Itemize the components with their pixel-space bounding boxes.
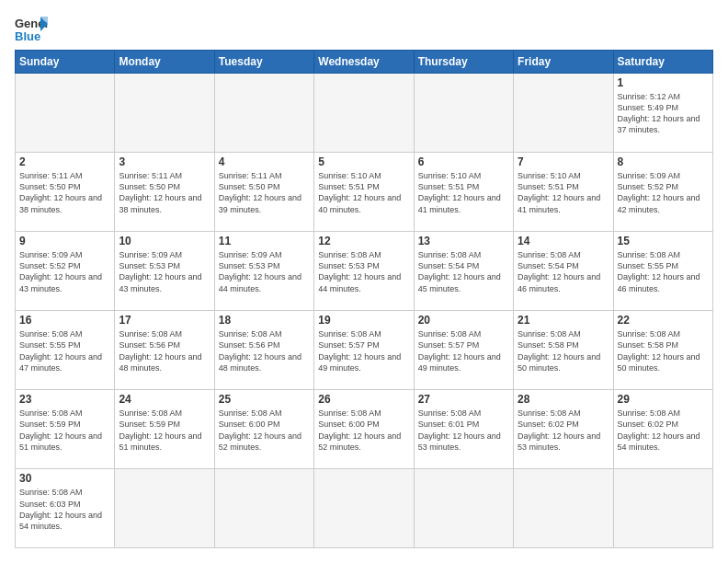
day-number: 20 — [418, 314, 509, 327]
day-info: Sunrise: 5:08 AMSunset: 6:00 PMDaylight:… — [219, 408, 310, 453]
day-number: 26 — [318, 393, 409, 406]
calendar-cell: 24Sunrise: 5:08 AMSunset: 5:59 PMDayligh… — [115, 390, 214, 469]
day-info: Sunrise: 5:08 AMSunset: 5:54 PMDaylight:… — [418, 249, 509, 294]
calendar-cell: 13Sunrise: 5:08 AMSunset: 5:54 PMDayligh… — [414, 232, 513, 311]
calendar-cell: 6Sunrise: 5:10 AMSunset: 5:51 PMDaylight… — [414, 153, 513, 232]
weekday-header-sunday: Sunday — [16, 51, 115, 74]
calendar-cell: 28Sunrise: 5:08 AMSunset: 6:02 PMDayligh… — [514, 390, 613, 469]
day-number: 15 — [618, 235, 709, 247]
calendar-cell — [214, 74, 313, 153]
calendar-cell: 16Sunrise: 5:08 AMSunset: 5:55 PMDayligh… — [16, 311, 115, 390]
calendar-cell: 19Sunrise: 5:08 AMSunset: 5:57 PMDayligh… — [314, 311, 414, 390]
week-row-2: 9Sunrise: 5:09 AMSunset: 5:52 PMDaylight… — [16, 232, 713, 311]
day-info: Sunrise: 5:12 AMSunset: 5:49 PMDaylight:… — [618, 91, 709, 136]
day-number: 13 — [418, 235, 509, 247]
calendar-cell: 30Sunrise: 5:08 AMSunset: 6:03 PMDayligh… — [16, 469, 115, 548]
weekday-header-saturday: Saturday — [613, 51, 712, 74]
calendar-cell: 27Sunrise: 5:08 AMSunset: 6:01 PMDayligh… — [414, 390, 513, 469]
calendar-cell: 9Sunrise: 5:09 AMSunset: 5:52 PMDaylight… — [16, 232, 115, 311]
day-info: Sunrise: 5:08 AMSunset: 6:01 PMDaylight:… — [418, 408, 509, 453]
day-info: Sunrise: 5:08 AMSunset: 5:57 PMDaylight:… — [418, 328, 509, 373]
calendar-cell: 25Sunrise: 5:08 AMSunset: 6:00 PMDayligh… — [214, 390, 313, 469]
calendar-cell: 8Sunrise: 5:09 AMSunset: 5:52 PMDaylight… — [613, 153, 712, 232]
day-info: Sunrise: 5:08 AMSunset: 5:57 PMDaylight:… — [318, 328, 409, 373]
calendar-cell: 10Sunrise: 5:09 AMSunset: 5:53 PMDayligh… — [115, 232, 214, 311]
day-info: Sunrise: 5:08 AMSunset: 6:02 PMDaylight:… — [618, 408, 709, 453]
calendar-cell: 11Sunrise: 5:09 AMSunset: 5:53 PMDayligh… — [214, 232, 313, 311]
day-number: 12 — [318, 235, 409, 247]
week-row-0: 1Sunrise: 5:12 AMSunset: 5:49 PMDaylight… — [16, 74, 713, 153]
day-number: 14 — [518, 235, 609, 247]
calendar-cell: 14Sunrise: 5:08 AMSunset: 5:54 PMDayligh… — [514, 232, 613, 311]
calendar-cell: 22Sunrise: 5:08 AMSunset: 5:58 PMDayligh… — [613, 311, 712, 390]
day-number: 18 — [219, 314, 310, 327]
calendar-cell: 20Sunrise: 5:08 AMSunset: 5:57 PMDayligh… — [414, 311, 513, 390]
day-info: Sunrise: 5:09 AMSunset: 5:52 PMDaylight:… — [19, 249, 110, 294]
day-info: Sunrise: 5:08 AMSunset: 6:00 PMDaylight:… — [318, 408, 409, 453]
page: General Blue SundayMondayTuesdayWednesda… — [0, 0, 728, 563]
header: General Blue — [15, 15, 713, 42]
day-info: Sunrise: 5:08 AMSunset: 6:03 PMDaylight:… — [19, 487, 110, 532]
calendar-cell: 26Sunrise: 5:08 AMSunset: 6:00 PMDayligh… — [314, 390, 414, 469]
day-info: Sunrise: 5:10 AMSunset: 5:51 PMDaylight:… — [518, 170, 609, 215]
day-number: 21 — [518, 314, 609, 327]
weekday-header-friday: Friday — [514, 51, 613, 74]
calendar-cell — [414, 469, 513, 548]
logo-icon: General Blue — [15, 15, 48, 42]
calendar-table: SundayMondayTuesdayWednesdayThursdayFrid… — [15, 50, 713, 548]
day-info: Sunrise: 5:09 AMSunset: 5:52 PMDaylight:… — [618, 170, 709, 215]
day-info: Sunrise: 5:08 AMSunset: 5:56 PMDaylight:… — [219, 328, 310, 373]
day-number: 19 — [318, 314, 409, 327]
calendar-cell — [16, 74, 115, 153]
calendar-cell — [115, 74, 214, 153]
week-row-4: 23Sunrise: 5:08 AMSunset: 5:59 PMDayligh… — [16, 390, 713, 469]
calendar-cell — [613, 469, 712, 548]
day-number: 10 — [119, 235, 210, 247]
svg-text:Blue: Blue — [15, 29, 40, 42]
calendar-cell: 4Sunrise: 5:11 AMSunset: 5:50 PMDaylight… — [214, 153, 313, 232]
day-info: Sunrise: 5:11 AMSunset: 5:50 PMDaylight:… — [219, 170, 310, 215]
day-info: Sunrise: 5:11 AMSunset: 5:50 PMDaylight:… — [119, 170, 210, 215]
day-info: Sunrise: 5:08 AMSunset: 5:54 PMDaylight:… — [518, 249, 609, 294]
calendar-cell: 1Sunrise: 5:12 AMSunset: 5:49 PMDaylight… — [613, 74, 712, 153]
day-info: Sunrise: 5:08 AMSunset: 5:59 PMDaylight:… — [119, 408, 210, 453]
day-number: 2 — [19, 155, 110, 168]
day-info: Sunrise: 5:08 AMSunset: 5:59 PMDaylight:… — [19, 408, 110, 453]
day-number: 4 — [219, 155, 310, 168]
logo: General Blue — [15, 15, 48, 42]
day-number: 29 — [618, 393, 709, 406]
day-info: Sunrise: 5:08 AMSunset: 5:53 PMDaylight:… — [318, 249, 409, 294]
day-number: 8 — [618, 155, 709, 168]
day-number: 6 — [418, 155, 509, 168]
day-info: Sunrise: 5:10 AMSunset: 5:51 PMDaylight:… — [318, 170, 409, 215]
day-number: 28 — [518, 393, 609, 406]
calendar-cell: 2Sunrise: 5:11 AMSunset: 5:50 PMDaylight… — [16, 153, 115, 232]
calendar-cell: 12Sunrise: 5:08 AMSunset: 5:53 PMDayligh… — [314, 232, 414, 311]
week-row-5: 30Sunrise: 5:08 AMSunset: 6:03 PMDayligh… — [16, 469, 713, 548]
day-number: 7 — [518, 155, 609, 168]
weekday-header-wednesday: Wednesday — [314, 51, 414, 74]
calendar-cell: 29Sunrise: 5:08 AMSunset: 6:02 PMDayligh… — [613, 390, 712, 469]
day-number: 24 — [119, 393, 210, 406]
calendar-cell — [414, 74, 513, 153]
day-number: 23 — [19, 393, 110, 406]
weekday-header-tuesday: Tuesday — [214, 51, 313, 74]
day-number: 30 — [19, 472, 110, 485]
day-number: 1 — [618, 76, 709, 89]
day-info: Sunrise: 5:08 AMSunset: 5:58 PMDaylight:… — [518, 328, 609, 373]
day-info: Sunrise: 5:08 AMSunset: 5:55 PMDaylight:… — [618, 249, 709, 294]
weekday-header-monday: Monday — [115, 51, 214, 74]
weekday-header-row: SundayMondayTuesdayWednesdayThursdayFrid… — [16, 51, 713, 74]
calendar-cell — [514, 74, 613, 153]
calendar-cell — [314, 74, 414, 153]
day-number: 22 — [618, 314, 709, 327]
day-number: 3 — [119, 155, 210, 168]
week-row-1: 2Sunrise: 5:11 AMSunset: 5:50 PMDaylight… — [16, 153, 713, 232]
calendar-cell: 17Sunrise: 5:08 AMSunset: 5:56 PMDayligh… — [115, 311, 214, 390]
calendar-cell: 7Sunrise: 5:10 AMSunset: 5:51 PMDaylight… — [514, 153, 613, 232]
day-info: Sunrise: 5:10 AMSunset: 5:51 PMDaylight:… — [418, 170, 509, 215]
day-info: Sunrise: 5:08 AMSunset: 5:56 PMDaylight:… — [119, 328, 210, 373]
calendar-cell: 15Sunrise: 5:08 AMSunset: 5:55 PMDayligh… — [613, 232, 712, 311]
calendar-cell: 18Sunrise: 5:08 AMSunset: 5:56 PMDayligh… — [214, 311, 313, 390]
calendar-cell — [214, 469, 313, 548]
